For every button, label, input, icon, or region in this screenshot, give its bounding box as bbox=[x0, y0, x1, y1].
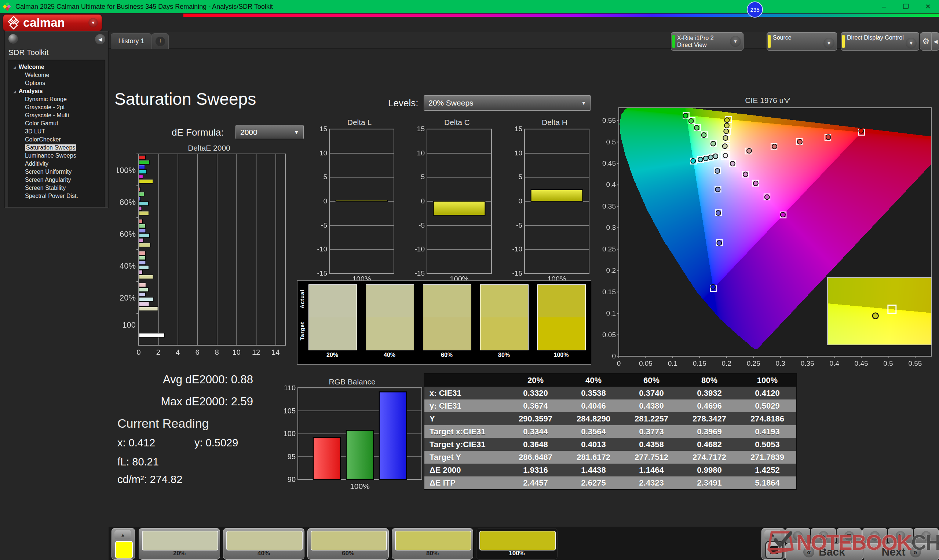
target-swatch bbox=[538, 317, 585, 350]
tree-item-grayscale-multi[interactable]: Grayscale - Multi bbox=[8, 111, 105, 120]
table-cell: 0.4120 bbox=[739, 387, 797, 400]
tree-group-label: Welcome bbox=[19, 64, 45, 70]
meter-status-stripe bbox=[672, 35, 675, 48]
cie-chart-title: CIE 1976 u'v' bbox=[598, 96, 937, 105]
calman-logo-text: calman bbox=[23, 16, 65, 30]
measure-expand-button[interactable]: ▲ bbox=[765, 530, 781, 540]
sidebar-collapse-icon[interactable]: ◀ bbox=[95, 34, 105, 45]
panel-collapse-button[interactable]: ◀ bbox=[932, 32, 939, 51]
pattern-card-label: 100% bbox=[476, 550, 557, 557]
tree-item-dynamic-range[interactable]: Dynamic Range bbox=[8, 95, 105, 103]
table-cell: 278.3427 bbox=[680, 412, 739, 425]
table-row-label: Target Y bbox=[424, 451, 507, 464]
tab-history-1[interactable]: History 1 bbox=[111, 33, 152, 49]
tree-item-label: 3D LUT bbox=[25, 128, 45, 134]
display-control-dropdown[interactable]: Direct Display Control ▼ bbox=[841, 32, 919, 51]
swatch-column-label: 40% bbox=[366, 352, 413, 358]
calman-menu-button[interactable]: calman ▼ bbox=[3, 14, 102, 31]
back-button[interactable]: « Back bbox=[785, 543, 863, 560]
next-button[interactable]: Next » bbox=[863, 543, 939, 560]
loop-transport-button[interactable]: ∞ bbox=[862, 528, 887, 543]
tree-collapse-icon[interactable]: ◢ bbox=[13, 65, 16, 69]
stop-transport-button[interactable]: ▪ bbox=[785, 528, 810, 543]
table-cell: 0.3932 bbox=[680, 387, 739, 400]
add-tab-button[interactable]: + bbox=[152, 33, 169, 49]
meter-dropdown[interactable]: X-Rite i1Pro 2 Direct View ▼ bbox=[671, 32, 743, 51]
tree-item-label: Saturation Sweeps bbox=[25, 145, 76, 151]
table-cell: 0.5029 bbox=[739, 400, 797, 412]
deltae2000-chart bbox=[117, 152, 290, 359]
bottom-toolbar: ▲ 20%40%60%80%100% ▲ ▪▶▥∞↻ « Back Next » bbox=[109, 527, 939, 560]
table-cell: 274.8186 bbox=[739, 412, 797, 425]
levels-select[interactable]: 20% Sweeps ▼ bbox=[424, 95, 591, 111]
tree-item-label: Options bbox=[25, 80, 45, 86]
tree-item-options[interactable]: Options bbox=[8, 79, 105, 87]
calman-diamond-icon bbox=[6, 15, 21, 30]
tree-item-color-gamut[interactable]: Color Gamut bbox=[8, 120, 105, 128]
measure-quick-panel: ▲ bbox=[762, 528, 785, 560]
tree-item-screen-uniformity[interactable]: Screen Uniformity bbox=[8, 168, 105, 176]
tree-item-3d-lut[interactable]: 3D LUT bbox=[8, 128, 105, 135]
stop-button[interactable] bbox=[765, 541, 783, 559]
levels-value: 20% Sweeps bbox=[429, 98, 473, 108]
measurement-table: 20%40%60%80%100% x: CIE310.33200.35380.3… bbox=[424, 373, 797, 490]
pattern-card-swatch bbox=[480, 531, 556, 551]
pattern-expand-button[interactable]: ▲ bbox=[114, 530, 131, 540]
de-formula-select-arrow-icon: ▼ bbox=[294, 129, 299, 135]
actual-swatch bbox=[423, 285, 471, 317]
tree-item-screen-stability[interactable]: Screen Stability bbox=[8, 184, 105, 192]
table-cell: 0.3564 bbox=[564, 425, 623, 438]
play-transport-button[interactable]: ▶ bbox=[811, 528, 836, 543]
pattern-card-label: 60% bbox=[308, 550, 389, 557]
tree-item-grayscale-2pt[interactable]: Grayscale - 2pt bbox=[8, 103, 105, 111]
minimize-button[interactable]: – bbox=[873, 0, 895, 13]
meter-count-badge[interactable]: 235 bbox=[747, 2, 763, 18]
close-button[interactable]: ✕ bbox=[917, 0, 939, 13]
table-cell: 0.3969 bbox=[680, 425, 739, 438]
settings-gear-button[interactable]: ⚙ bbox=[920, 32, 932, 51]
workflow-orb-icon[interactable] bbox=[8, 34, 18, 44]
back-chevron-icon: « bbox=[803, 546, 814, 557]
actual-swatch bbox=[538, 285, 585, 317]
pattern-card-60%[interactable]: 60% bbox=[307, 528, 389, 560]
de-formula-select[interactable]: 2000 ▼ bbox=[236, 125, 304, 139]
tree-item-luminance-sweeps[interactable]: Luminance Sweeps bbox=[8, 152, 105, 160]
histogram-transport-button[interactable]: ▥ bbox=[837, 528, 862, 543]
source-dropdown[interactable]: Source ▼ bbox=[766, 32, 837, 51]
tree-item-colorchecker[interactable]: ColorChecker bbox=[8, 135, 105, 144]
table-row-label: y: CIE31 bbox=[424, 400, 507, 412]
table-column-header bbox=[424, 374, 507, 387]
table-row: ΔE ITP2.44572.62752.43232.34915.1864 bbox=[424, 477, 797, 490]
table-cell: 2.6275 bbox=[564, 477, 623, 490]
tree-item-welcome[interactable]: Welcome bbox=[8, 71, 105, 79]
tree-item-spectral-power-dist-[interactable]: Spectral Power Dist. bbox=[8, 192, 105, 200]
current-pattern-swatch[interactable] bbox=[115, 541, 133, 558]
swatch-column-100% bbox=[537, 285, 586, 350]
pattern-card-80%[interactable]: 80% bbox=[392, 528, 473, 560]
tree-collapse-icon[interactable]: ◢ bbox=[13, 89, 16, 94]
tree-item-screen-angularity[interactable]: Screen Angularity bbox=[8, 176, 105, 184]
stop-icon: ▪ bbox=[793, 531, 803, 541]
blank-transport-button[interactable] bbox=[914, 528, 939, 543]
table-cell: 0.3320 bbox=[507, 387, 564, 400]
pattern-card-100%[interactable]: 100% bbox=[476, 528, 558, 560]
deltae2000-chart-title: DeltaE 2000 bbox=[130, 144, 288, 152]
swatch-column-label: 100% bbox=[537, 352, 585, 358]
swatch-column-20% bbox=[308, 285, 357, 350]
tree-item-saturation-sweeps[interactable]: Saturation Sweeps bbox=[8, 144, 105, 152]
tree-group-analysis[interactable]: ◢Analysis bbox=[8, 87, 105, 95]
display-control-status-stripe bbox=[842, 35, 845, 48]
pattern-card-40%[interactable]: 40% bbox=[223, 528, 304, 560]
pattern-card-label: 40% bbox=[224, 550, 304, 557]
stop-icon bbox=[770, 546, 778, 554]
table-column-header: 100% bbox=[739, 374, 797, 387]
tree-item-additivity[interactable]: Additivity bbox=[8, 160, 105, 168]
table-cell: 0.4358 bbox=[623, 438, 680, 451]
tree-group-welcome[interactable]: ◢Welcome bbox=[8, 63, 105, 71]
table-cell: 0.4682 bbox=[680, 438, 739, 451]
swatch-column-label: 20% bbox=[308, 352, 356, 358]
tree-item-label: Spectral Power Dist. bbox=[25, 193, 78, 199]
pattern-card-20%[interactable]: 20% bbox=[139, 528, 220, 560]
refresh-transport-button[interactable]: ↻ bbox=[888, 528, 913, 543]
restore-button[interactable]: ❐ bbox=[895, 0, 917, 13]
